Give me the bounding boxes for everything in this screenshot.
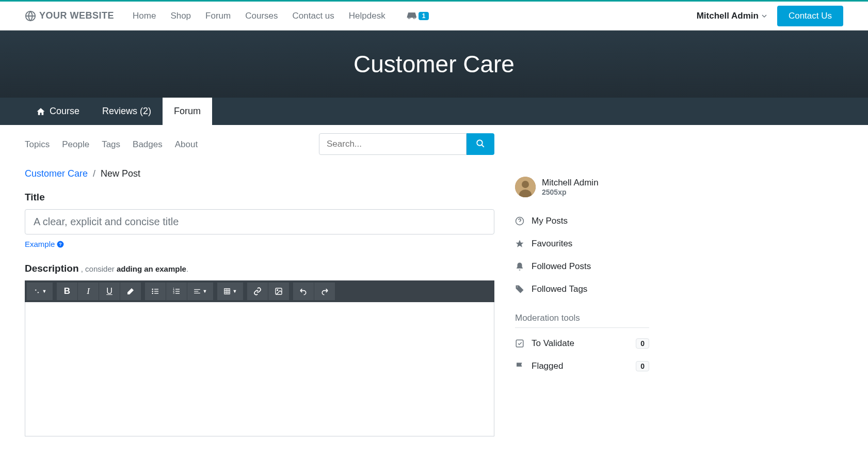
editor-style-dropdown[interactable]: ▼ xyxy=(27,283,53,300)
search-button[interactable] xyxy=(467,133,494,155)
editor-align-dropdown[interactable]: ▼ xyxy=(187,283,213,300)
hero-title: Customer Care xyxy=(0,50,868,78)
title-input[interactable] xyxy=(25,209,494,234)
editor-link-button[interactable] xyxy=(247,283,268,300)
sidebar-username: Mitchell Admin xyxy=(542,178,599,188)
title-label: Title xyxy=(25,192,494,203)
sidebar-favourites[interactable]: Favourites xyxy=(515,232,649,255)
logo[interactable]: YOUR WEBSITE xyxy=(25,10,114,22)
editor-undo-button[interactable] xyxy=(293,283,314,300)
svg-rect-14 xyxy=(175,291,180,291)
user-info: Mitchell Admin 2505xp xyxy=(542,178,599,196)
editor-clear-format-button[interactable] xyxy=(120,283,141,300)
sidebar-followed-tags-label: Followed Tags xyxy=(532,284,587,294)
forum-nav-badges[interactable]: Badges xyxy=(133,139,163,150)
logo-text: YOUR WEBSITE xyxy=(39,10,114,21)
tab-forum-label: Forum xyxy=(174,106,201,117)
forum-nav-people[interactable]: People xyxy=(62,139,89,150)
align-icon xyxy=(194,288,201,295)
cart-button[interactable]: 1 xyxy=(406,11,429,21)
forum-nav-tags[interactable]: Tags xyxy=(102,139,120,150)
breadcrumb-parent[interactable]: Customer Care xyxy=(25,168,88,179)
subtabs: Course Reviews (2) Forum xyxy=(0,98,868,125)
avatar xyxy=(515,177,536,197)
chevron-down-icon xyxy=(762,13,767,19)
star-icon xyxy=(515,239,524,248)
moderation-links: To Validate 0 Flagged 0 xyxy=(515,332,649,378)
home-icon xyxy=(36,107,45,116)
navbar-right: Mitchell Admin Contact Us xyxy=(697,6,843,26)
table-icon xyxy=(223,288,231,295)
nav-forum[interactable]: Forum xyxy=(199,7,237,25)
breadcrumb-separator: / xyxy=(93,168,95,179)
forum-top-row: Topics People Tags Badges About xyxy=(25,133,494,168)
eraser-icon xyxy=(126,287,135,295)
svg-text:?: ? xyxy=(59,241,62,246)
sidebar-my-posts[interactable]: My Posts xyxy=(515,210,649,232)
svg-rect-6 xyxy=(154,289,158,289)
svg-rect-8 xyxy=(154,291,158,291)
svg-point-7 xyxy=(152,291,153,292)
hero: Customer Care xyxy=(0,30,868,98)
nav-courses[interactable]: Courses xyxy=(239,7,284,25)
help-icon: ? xyxy=(57,241,64,248)
editor-image-button[interactable] xyxy=(268,283,289,300)
svg-line-2 xyxy=(481,145,484,147)
sidebar-favourites-label: Favourites xyxy=(532,239,572,249)
tab-course-label: Course xyxy=(50,106,79,117)
tab-reviews[interactable]: Reviews (2) xyxy=(91,98,163,125)
forum-nav-about[interactable]: About xyxy=(175,139,198,150)
nav-helpdesk[interactable]: Helpdesk xyxy=(343,7,392,25)
main-container: Topics People Tags Badges About Customer… xyxy=(0,125,868,445)
flag-icon xyxy=(515,362,524,371)
user-card[interactable]: Mitchell Admin 2505xp xyxy=(515,177,649,197)
svg-point-9 xyxy=(152,293,153,294)
editor-table-dropdown[interactable]: ▼ xyxy=(217,283,243,300)
editor-underline-button[interactable]: U xyxy=(99,283,120,300)
sidebar-followed-posts[interactable]: Followed Posts xyxy=(515,255,649,278)
svg-rect-10 xyxy=(154,293,158,293)
editor-redo-button[interactable] xyxy=(314,283,335,300)
image-icon xyxy=(275,287,283,295)
editor-italic-button[interactable]: I xyxy=(78,283,99,300)
sidebar-links: My Posts Favourites Followed Posts Follo… xyxy=(515,210,649,301)
bell-icon xyxy=(515,262,524,271)
forum-nav-topics[interactable]: Topics xyxy=(25,139,50,150)
list-ol-icon: 123 xyxy=(172,287,181,295)
editor-bold-button[interactable]: B xyxy=(57,283,77,300)
editor-ul-button[interactable] xyxy=(145,283,166,300)
editor-textarea[interactable] xyxy=(25,302,494,436)
nav-shop[interactable]: Shop xyxy=(164,7,197,25)
svg-rect-16 xyxy=(175,293,180,293)
svg-point-28 xyxy=(522,181,529,188)
svg-rect-17 xyxy=(194,289,200,290)
magic-icon xyxy=(33,288,40,295)
nav-home[interactable]: Home xyxy=(126,7,162,25)
cart-badge: 1 xyxy=(419,12,429,20)
tab-course[interactable]: Course xyxy=(25,98,91,125)
search-input[interactable] xyxy=(319,133,467,155)
mod-flagged[interactable]: Flagged 0 xyxy=(515,355,649,378)
editor-ol-button[interactable]: 123 xyxy=(166,283,187,300)
svg-rect-19 xyxy=(194,293,200,293)
tags-icon xyxy=(515,285,524,294)
example-link[interactable]: Example ? xyxy=(25,240,64,248)
sidebar-followed-tags[interactable]: Followed Tags xyxy=(515,278,649,301)
mod-to-validate[interactable]: To Validate 0 xyxy=(515,332,649,355)
contact-us-button[interactable]: Contact Us xyxy=(777,6,843,26)
globe-icon xyxy=(25,10,36,22)
user-dropdown[interactable]: Mitchell Admin xyxy=(697,11,767,21)
description-hint: , consider adding an example. xyxy=(81,264,188,273)
mod-to-validate-label: To Validate xyxy=(532,338,574,349)
svg-rect-12 xyxy=(175,289,180,289)
moderation-header: Moderation tools xyxy=(515,313,649,328)
svg-rect-18 xyxy=(194,291,198,291)
svg-point-5 xyxy=(152,289,153,290)
tab-forum[interactable]: Forum xyxy=(163,98,212,125)
nav-contact[interactable]: Contact us xyxy=(286,7,341,25)
main-navbar: YOUR WEBSITE Home Shop Forum Courses Con… xyxy=(0,2,868,30)
breadcrumb: Customer Care / New Post xyxy=(25,168,494,179)
list-ul-icon xyxy=(151,287,159,295)
search-row xyxy=(319,133,494,155)
svg-rect-20 xyxy=(224,289,230,294)
